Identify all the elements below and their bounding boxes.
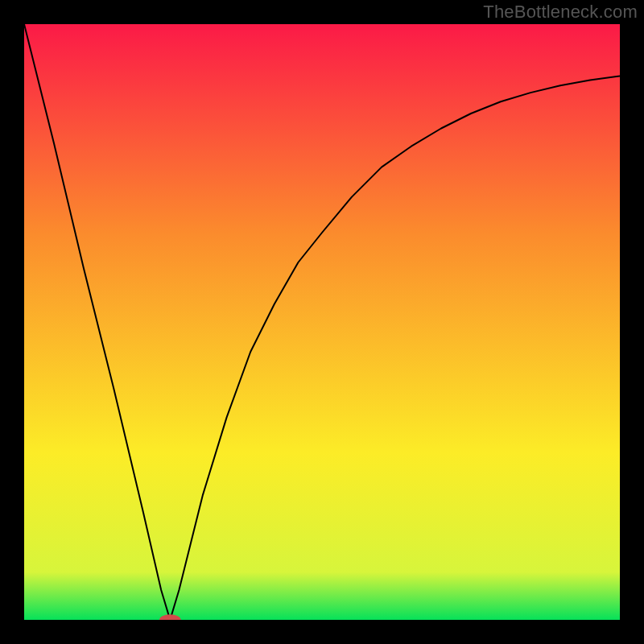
watermark-text: TheBottleneck.com <box>483 2 638 23</box>
chart-frame: TheBottleneck.com <box>0 0 644 644</box>
plot-svg <box>24 24 620 620</box>
gradient-background <box>24 24 620 620</box>
plot-area <box>24 24 620 620</box>
